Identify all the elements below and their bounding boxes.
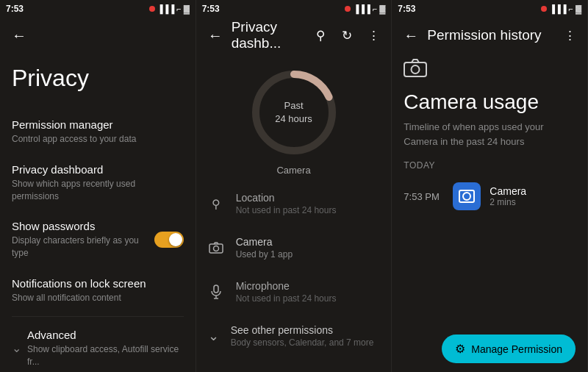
manage-btn-label: Manage Permission (471, 343, 562, 355)
page-title-1: Privacy (12, 65, 184, 92)
search-button[interactable]: ⚲ (309, 24, 332, 47)
notifications-lock-screen-label: Notifications on lock screen (12, 277, 184, 290)
donut-line1: Past (275, 99, 312, 112)
divider-1 (12, 316, 184, 317)
location-icon: ⚲ (208, 196, 224, 212)
location-perm-status: Not used in past 24 hours (236, 205, 380, 215)
donut-label: Camera (276, 165, 310, 176)
status-bar-2: 7:53 ▐▐▐ ⌐ ▓ (196, 0, 392, 18)
donut-center-text: Past 24 hours (275, 99, 312, 126)
gear-icon: ⚙ (455, 342, 465, 356)
show-passwords-desc: Display characters briefly as you type (12, 235, 154, 260)
today-section-label: TODAY (404, 160, 576, 171)
permission-manager-desc: Control app access to your data (12, 133, 184, 146)
notifications-lock-screen-item[interactable]: Notifications on lock screen Show all no… (12, 268, 184, 313)
battery-icon-1: ▓ (184, 4, 190, 13)
privacy-dashboard-title: Privacy dashb... (232, 19, 309, 51)
see-other-chevron-icon: ⌄ (208, 328, 219, 344)
panel1-content: Privacy Permission manager Control app a… (0, 53, 196, 372)
refresh-button[interactable]: ↻ (335, 24, 359, 47)
show-passwords-left: Show passwords Display characters briefl… (12, 220, 154, 260)
top-bar-1: ← (0, 18, 196, 53)
advanced-label: Advanced (27, 329, 184, 341)
more-options-button-3[interactable]: ⋮ (558, 24, 581, 47)
camera-usage-desc: Timeline of when apps used your Camera i… (404, 120, 576, 149)
permissions-list: ⚲ Location Not used in past 24 hours Cam… (196, 182, 392, 372)
camera-perm-name: Camera (236, 236, 380, 248)
battery-icon-3: ▓ (576, 4, 581, 13)
see-other-label: See other permissions (231, 324, 380, 336)
microphone-perm-status: Not used in past 24 hours (236, 293, 380, 304)
location-perm-text: Location Not used in past 24 hours (236, 192, 380, 215)
recording-indicator-1 (149, 6, 155, 12)
back-button-2[interactable]: ← (202, 22, 229, 49)
status-time-3: 7:53 (398, 4, 415, 14)
recording-indicator-3 (541, 6, 547, 12)
privacy-dashboard-item[interactable]: Privacy dashboard Show which apps recent… (12, 154, 184, 212)
camera-permission-item[interactable]: Camera Used by 1 app (202, 226, 386, 270)
privacy-dashboard-desc: Show which apps recently used permission… (12, 178, 184, 203)
microphone-permission-item[interactable]: Microphone Not used in past 24 hours (202, 270, 386, 314)
manage-permission-button[interactable]: ⚙ Manage Permission (442, 335, 576, 363)
permission-history-title: Permission history (427, 27, 558, 43)
usage-app-name: Camera (490, 185, 576, 197)
camera-usage-title: Camera usage (404, 90, 576, 114)
status-icons-2: ▐▐▐ ⌐ ▓ (345, 4, 385, 13)
permission-history-panel: 7:53 ▐▐▐ ⌐ ▓ ← Permission history ⋮ Came… (392, 0, 588, 372)
camera-app-icon (459, 190, 475, 203)
toggle-thumb (169, 233, 182, 246)
microphone-perm-text: Microphone Not used in past 24 hours (236, 280, 380, 304)
camera-perm-status: Used by 1 app (236, 249, 380, 260)
status-time-2: 7:53 (202, 4, 220, 14)
permission-manager-label: Permission manager (12, 118, 184, 131)
top-bar-icons-2: ⚲ ↻ ⋮ (309, 24, 385, 47)
svg-rect-4 (214, 285, 218, 293)
more-options-button[interactable]: ⋮ (362, 24, 385, 47)
location-permission-item[interactable]: ⚲ Location Not used in past 24 hours (202, 182, 386, 226)
privacy-dashboard-panel: 7:53 ▐▐▐ ⌐ ▓ ← Privacy dashb... ⚲ ↻ ⋮ Pa… (196, 0, 392, 372)
status-bar-1: 7:53 ▐▐▐ ⌐ ▓ (0, 0, 196, 18)
microphone-icon (208, 284, 224, 300)
manage-btn-container: ⚙ Manage Permission (392, 326, 587, 372)
camera-usage-item: 7:53 PM Camera 2 mins (404, 176, 576, 216)
usage-duration: 2 mins (490, 197, 576, 207)
status-bar-3: 7:53 ▐▐▐ ⌐ ▓ (392, 0, 587, 18)
back-button-1[interactable]: ← (6, 22, 32, 49)
signal-icon-1: ▐▐▐ (157, 4, 174, 13)
show-passwords-item[interactable]: Show passwords Display characters briefl… (12, 211, 184, 268)
wifi-icon-2: ⌐ (373, 4, 377, 13)
show-passwords-label: Show passwords (12, 220, 154, 232)
see-other-desc: Body sensors, Calendar, and 7 more (231, 337, 380, 348)
see-other-text: See other permissions Body sensors, Cale… (231, 324, 380, 348)
location-perm-name: Location (236, 192, 380, 204)
advanced-text: Advanced Show clipboard access, Autofill… (27, 329, 184, 368)
recording-indicator-2 (345, 6, 351, 12)
back-button-3[interactable]: ← (398, 22, 424, 49)
top-bar-icons-3: ⋮ (558, 24, 581, 47)
donut-line2: 24 hours (275, 112, 312, 126)
see-other-permissions-item[interactable]: ⌄ See other permissions Body sensors, Ca… (202, 314, 386, 358)
svg-point-3 (213, 246, 218, 251)
camera-icon (208, 240, 224, 256)
svg-point-8 (412, 65, 420, 74)
status-icons-1: ▐▐▐ ⌐ ▓ (149, 4, 190, 13)
donut-container: Past 24 hours Camera (196, 53, 392, 182)
wifi-icon-1: ⌐ (176, 4, 181, 13)
show-passwords-toggle[interactable] (154, 232, 184, 248)
privacy-dashboard-label: Privacy dashboard (12, 163, 184, 176)
status-icons-3: ▐▐▐ ⌐ ▓ (541, 4, 581, 13)
camera-icon-large (404, 59, 576, 83)
privacy-settings-panel: 7:53 ▐▐▐ ⌐ ▓ ← Privacy Permission manage… (0, 0, 196, 372)
notifications-lock-screen-desc: Show all notification content (12, 292, 184, 304)
advanced-item[interactable]: ⌄ Advanced Show clipboard access, Autofi… (12, 320, 184, 372)
permission-manager-item[interactable]: Permission manager Control app access to… (12, 110, 184, 154)
microphone-perm-name: Microphone (236, 280, 380, 292)
app-icon (453, 182, 481, 210)
status-time-1: 7:53 (6, 4, 24, 14)
signal-icon-3: ▐▐▐ (549, 4, 566, 13)
usage-info: Camera 2 mins (490, 185, 576, 207)
usage-time: 7:53 PM (404, 191, 444, 202)
svg-rect-7 (404, 62, 426, 76)
top-bar-3: ← Permission history ⋮ (392, 18, 587, 53)
camera-perm-text: Camera Used by 1 app (236, 236, 380, 260)
